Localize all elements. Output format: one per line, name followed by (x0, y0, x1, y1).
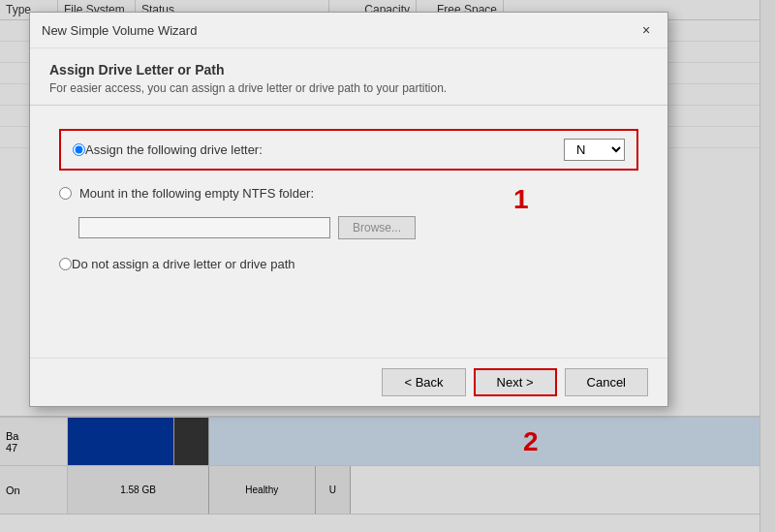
mount-folder-radio[interactable] (59, 187, 72, 200)
assign-letter-radio[interactable] (73, 143, 85, 156)
ntfs-folder-input[interactable] (78, 217, 330, 238)
mount-folder-label[interactable]: Mount in the following empty NTFS folder… (79, 186, 314, 201)
no-letter-radio[interactable] (59, 258, 72, 270)
back-button[interactable]: < Back (382, 368, 465, 396)
wizard-dialog: New Simple Volume Wizard × Assign Drive … (29, 12, 668, 407)
dialog-titlebar: New Simple Volume Wizard × (30, 13, 667, 48)
next-button[interactable]: Next > (474, 368, 557, 396)
browse-button[interactable]: Browse... (338, 216, 416, 239)
close-button[interactable]: × (636, 20, 656, 40)
dialog-header-title: Assign Drive Letter or Path (49, 62, 648, 78)
no-letter-label[interactable]: Do not assign a drive letter or drive pa… (72, 257, 295, 271)
dialog-title: New Simple Volume Wizard (42, 23, 197, 38)
ntfs-folder-row: Browse... (78, 216, 638, 239)
assign-letter-option-container: Assign the following drive letter: N ABC… (59, 129, 638, 171)
assign-letter-label[interactable]: Assign the following drive letter: (85, 142, 263, 157)
no-letter-option: Do not assign a drive letter or drive pa… (59, 257, 638, 271)
drive-letter-select[interactable]: N ABCD EFGH IJKL MNOP QRST UVWX YZ (564, 139, 625, 161)
dialog-header-desc: For easier access, you can assign a driv… (49, 81, 648, 95)
dialog-body: Assign the following drive letter: N ABC… (30, 106, 667, 358)
dialog-header: Assign Drive Letter or Path For easier a… (30, 48, 667, 106)
cancel-button[interactable]: Cancel (565, 368, 648, 396)
mount-folder-option: Mount in the following empty NTFS folder… (59, 186, 638, 201)
annotation-2: 2 (523, 426, 539, 457)
annotation-1: 1 (513, 184, 529, 215)
dialog-footer: < Back Next > Cancel (30, 358, 667, 406)
